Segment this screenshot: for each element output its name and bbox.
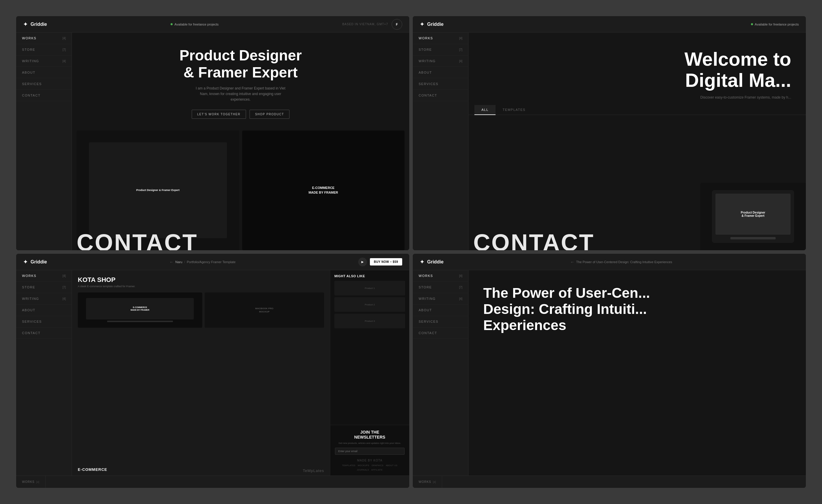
sidebar-label-works-2: WORKS — [419, 36, 433, 40]
sidebar-label-about-4: ABOUT — [419, 308, 432, 312]
sidebar-label-store-4: STORE — [419, 285, 432, 289]
sidebar-badge-works-1: [4] — [62, 37, 66, 40]
bottom-works-badge-4: [4] — [433, 481, 436, 483]
sidebar-badge-writing-3: [4] — [62, 297, 66, 300]
sidebar-label-services-4: SERVICES — [419, 320, 438, 323]
footer-item-mockups[interactable]: MOCKUPS — [358, 464, 369, 466]
green-dot-2 — [751, 23, 753, 25]
sidebar-badge-writing-4: [4] — [459, 297, 462, 300]
sidebar-item-writing-3[interactable]: WRITING [4] — [16, 293, 72, 305]
sidebar-item-writing-1[interactable]: WRITING [4] — [16, 55, 72, 67]
tab-all-2[interactable]: ALL — [474, 105, 495, 115]
bottom-nav-works-3[interactable]: WORKS [4] — [16, 476, 45, 488]
logo-area-1: ✦ Griddie — [23, 21, 47, 28]
sidebar-item-store-2[interactable]: STORE [7] — [413, 44, 468, 55]
header-right-1: BASED IN VIETNAM, GMT+7 F — [342, 19, 402, 30]
sidebar-item-about-1[interactable]: ABOUT — [16, 67, 72, 78]
might-also-like-items: Product 1 Product 2 Product 3 — [334, 281, 405, 328]
newsletter-input-3[interactable] — [335, 448, 405, 455]
filter-tabs-2: ALL TEMPLATES — [468, 105, 806, 115]
panel-4-bottom: WORKS [4] — [413, 476, 806, 488]
sidebar-badge-store-2: [7] — [459, 48, 462, 51]
panel-3-body: WORKS [4] STORE [7] WRITING [4] ABOUT SE… — [16, 270, 409, 476]
p2-title: Welcome to Digital Ma... — [483, 49, 791, 91]
sidebar-label-works-4: WORKS — [419, 274, 433, 278]
sidebar-label-about-2: ABOUT — [419, 71, 432, 74]
logo-area-2: ✦ Griddie — [420, 21, 444, 28]
sidebar-item-contact-1[interactable]: CONTACT — [16, 90, 72, 101]
panel-3-main: KOTA SHOP A sleek E-commerce template cr… — [72, 270, 409, 476]
sidebar-item-works-1[interactable]: WORKS [4] — [16, 33, 72, 44]
footer-item-about[interactable]: ABOUT US — [386, 464, 398, 466]
p2-sub: Discover easy-to-customize Framer system… — [674, 95, 791, 100]
laptop-mock-2: Product Designer & Framer Expert — [712, 190, 794, 243]
ecommerce-screen-text: E-COMMERCE MADE BY FRAMER — [131, 306, 149, 311]
panel-1-body: WORKS [4] STORE [7] WRITING [4] ABOUT SE… — [16, 33, 409, 250]
framer-badge-1: F — [392, 19, 402, 30]
bottom-works-label-4: WORKS — [419, 480, 431, 483]
logo-plus-1: ✦ — [23, 21, 28, 28]
sidebar-badge-store-4: [7] — [459, 286, 462, 289]
sidebar-item-writing-2[interactable]: WRITING [4] — [413, 55, 468, 67]
sidebar-item-works-2[interactable]: WORKS [4] — [413, 33, 468, 44]
p3-header-right: ▶ BUY NOW – $59 — [358, 258, 402, 266]
logo-text-3: Griddie — [31, 259, 47, 265]
sidebar-badge-store-3: [7] — [62, 286, 66, 289]
panel-3-bottom: WORKS [4] — [16, 476, 409, 488]
available-text-2: Available for freelance projects — [755, 23, 799, 26]
sidebar-label-store-2: STORE — [419, 48, 432, 51]
sidebar-4: WORKS [4] STORE [7] WRITING [4] ABOUT SE… — [413, 270, 468, 476]
newsletter-section-3: JOIN THE NEWSLETTERS Get new products, a… — [330, 425, 409, 476]
sidebar-item-store-3[interactable]: STORE [7] — [16, 282, 72, 293]
sidebar-item-store-4[interactable]: STORE [7] — [413, 282, 468, 293]
bottom-works-badge-3: [4] — [36, 481, 39, 483]
sidebar-item-contact-3[interactable]: CONTACT — [16, 327, 72, 339]
breadcrumb-naru: Naru — [175, 260, 182, 264]
buy-now-btn-3[interactable]: BUY NOW – $59 — [370, 258, 402, 265]
sidebar-item-store-1[interactable]: STORE [7] — [16, 44, 72, 55]
sidebar-item-about-2[interactable]: ABOUT — [413, 67, 468, 78]
product-mockups: E-COMMERCE MADE BY FRAMER MACBOOK PRO MO… — [78, 292, 324, 328]
lets-work-btn-1[interactable]: LET'S WORK TOGETHER — [192, 110, 246, 119]
preview-inner-1: Product Designer & Framer Expert — [89, 142, 227, 238]
sidebar-label-writing-4: WRITING — [419, 297, 436, 300]
sidebar-label-store-1: STORE — [22, 48, 35, 51]
sidebar-label-services-2: SERVICES — [419, 82, 438, 86]
sidebar-label-works-3: WORKS — [22, 274, 36, 278]
sidebar-item-contact-2[interactable]: CONTACT — [413, 90, 468, 101]
panel-1: ✦ Griddie Available for freelance projec… — [16, 16, 409, 250]
contact-large-1: CONTACT — [77, 229, 198, 250]
play-btn-3[interactable]: ▶ — [358, 258, 367, 266]
laptop-base-2 — [730, 237, 776, 239]
sidebar-item-services-3[interactable]: SERVICES — [16, 316, 72, 327]
sidebar-label-writing-1: WRITING — [22, 59, 39, 63]
shop-product-btn-1[interactable]: SHOP PRODUCT — [250, 110, 290, 119]
sidebar-item-works-3[interactable]: WORKS [4] — [16, 270, 72, 282]
footer-item-graphics[interactable]: GRAPHICS — [372, 464, 384, 466]
back-arrow-3[interactable]: ← — [169, 260, 173, 264]
p3-breadcrumb: ← Naru / Portfolio/Agency Framer Templat… — [47, 260, 358, 264]
might-item-3: Product 3 — [334, 314, 405, 328]
sidebar-item-works-4[interactable]: WORKS [4] — [413, 270, 468, 282]
laptop-showcase-2: Product Designer & Framer Expert — [700, 183, 806, 250]
sidebar-badge-works-2: [4] — [459, 37, 462, 40]
green-dot-1 — [170, 23, 172, 25]
sidebar-item-services-2[interactable]: SERVICES — [413, 78, 468, 90]
kota-footer-nav: TEMPLATES MOCKUPS GRAPHICS ABOUT US JOUR… — [335, 464, 405, 471]
sidebar-item-writing-4[interactable]: WRITING [4] — [413, 293, 468, 305]
sidebar-item-about-3[interactable]: ABOUT — [16, 305, 72, 316]
logo-text-1: Griddie — [31, 22, 47, 27]
footer-item-journals[interactable]: JOURNALS — [357, 469, 369, 471]
sidebar-label-services-1: SERVICES — [22, 82, 42, 86]
footer-item-affiliate[interactable]: AFFILIATE — [371, 469, 383, 471]
sidebar-item-about-4[interactable]: ABOUT — [413, 305, 468, 316]
sidebar-item-services-4[interactable]: SERVICES — [413, 316, 468, 327]
sidebar-item-services-1[interactable]: SERVICES — [16, 78, 72, 90]
available-badge-2: Available for freelance projects — [751, 23, 799, 26]
footer-item-templates[interactable]: TEMPLATES — [342, 464, 356, 466]
tab-templates-2[interactable]: TEMPLATES — [495, 105, 532, 115]
back-arrow-4[interactable]: ← — [570, 260, 574, 264]
right-column-3: MIGHT ALSO LIKE Product 1 Product 2 Prod… — [330, 270, 409, 476]
sidebar-item-contact-4[interactable]: CONTACT — [413, 327, 468, 339]
bottom-nav-works-4[interactable]: WORKS [4] — [413, 476, 442, 488]
